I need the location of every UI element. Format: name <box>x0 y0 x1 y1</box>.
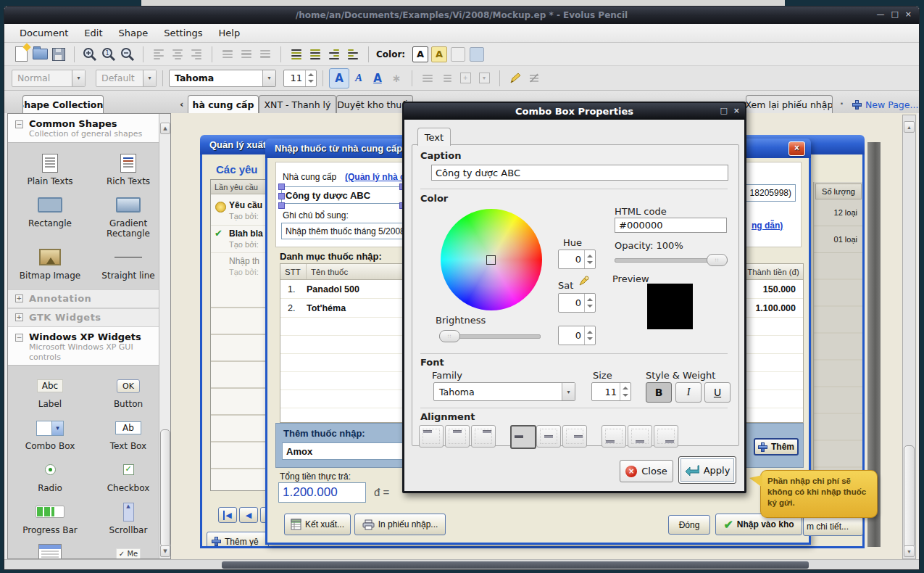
horizontal-scrollbar[interactable] <box>4 559 919 570</box>
widget-label[interactable]: AbcLabel <box>11 371 89 413</box>
brightness-spinner[interactable]: 0 <box>558 326 596 345</box>
tab-page-xem-lai-phieu-nhap[interactable]: Xem lại phiếu nhập <box>746 95 833 113</box>
opacity-slider[interactable]: ∷ <box>615 254 728 265</box>
text-lower-button[interactable] <box>306 45 325 64</box>
shape-rectangle[interactable]: Rectangle <box>11 191 89 243</box>
widget-progress-bar[interactable]: Progress Bar <box>11 498 89 540</box>
shape-plain-texts[interactable]: Plain Texts <box>11 149 89 191</box>
italic-button[interactable]: I <box>675 382 702 403</box>
close-icon[interactable]: × <box>788 141 805 156</box>
bold-button[interactable]: A <box>329 68 349 88</box>
widget-menu[interactable]: Menu <box>11 539 89 559</box>
clear-format-button[interactable] <box>525 69 544 88</box>
align-left-button[interactable] <box>149 45 168 64</box>
zoom-actual-button[interactable]: 1 <box>99 45 118 64</box>
expand-icon[interactable]: + <box>15 294 23 302</box>
align-middle-center-button[interactable] <box>536 425 561 448</box>
align-top-left-button[interactable] <box>419 425 444 448</box>
tab-shape-collections[interactable]: Shape Collections <box>22 95 104 113</box>
spinner-arrows[interactable] <box>305 70 316 86</box>
new-document-button[interactable] <box>12 45 30 64</box>
add-drug-button[interactable]: Thêm <box>754 438 799 455</box>
selection-handle[interactable] <box>278 202 285 209</box>
widget-radio[interactable]: Radio <box>11 455 89 498</box>
tab-scroll-left[interactable]: ‹ <box>180 99 183 110</box>
close-icon[interactable]: × <box>905 9 912 20</box>
canvas-scroll-thumb[interactable] <box>904 445 915 548</box>
stroke-color-button[interactable] <box>467 45 486 64</box>
scroll-up-icon[interactable]: ▲ <box>160 123 170 134</box>
align-middle-left-button[interactable] <box>510 425 536 449</box>
insert-frame2-button[interactable]: ▾ <box>475 69 494 88</box>
section-common-shapes-header[interactable]: −Common Shapes Collection of general sha… <box>8 114 170 142</box>
brightness-slider[interactable]: ∷ <box>439 330 541 342</box>
color-picker-icon[interactable] <box>577 275 590 288</box>
shape-rich-texts[interactable]: Rich Texts <box>89 149 167 191</box>
view-detail-button[interactable]: m chi tiết... <box>803 516 863 536</box>
align-center-button[interactable] <box>168 45 187 64</box>
nav-first-button[interactable]: ◀ <box>218 507 237 523</box>
align-bottom-right-button[interactable] <box>654 425 678 448</box>
text-raise-button[interactable] <box>287 45 306 64</box>
maximize-icon[interactable]: □ <box>891 9 898 20</box>
tab-page-xnt-thanh-ly[interactable]: XNT - Thanh lý <box>259 95 336 113</box>
spinner-arrows[interactable] <box>584 294 595 312</box>
shape-gradient-rectangle[interactable]: Gradient Rectangle <box>89 191 167 243</box>
menu-edit[interactable]: Edit <box>76 28 110 38</box>
brightness-slider-thumb[interactable]: ∷ <box>439 330 460 342</box>
dialog-close-icon[interactable]: × <box>733 106 740 115</box>
export-button[interactable]: Kết xuất... <box>284 514 351 535</box>
caption-input[interactable]: Công ty dược ABC <box>431 165 728 181</box>
dialog-titlebar[interactable]: Combo Box Properties □ × <box>404 103 745 120</box>
open-document-button[interactable] <box>30 45 49 64</box>
font-size-spinner[interactable]: 11 <box>283 70 317 87</box>
color-wheel-selector[interactable] <box>486 255 496 265</box>
spinner-arrows[interactable] <box>584 250 595 268</box>
expand-icon[interactable]: + <box>15 313 23 321</box>
font-family-select[interactable]: Tahoma▾ <box>433 382 575 401</box>
scheme-select[interactable]: Default▾ <box>96 70 157 87</box>
section-xp-widgets-header[interactable]: −Windows XP Widgets Microsoft Windows XP… <box>8 327 170 366</box>
spinner-arrows[interactable] <box>620 383 630 400</box>
selection-handle[interactable] <box>278 184 285 190</box>
widget-text-box[interactable]: AbText Box <box>89 413 167 455</box>
pencil-tool-button[interactable] <box>506 69 525 88</box>
combo-box-properties-dialog[interactable]: Combo Box Properties □ × Text Caption Cô… <box>402 102 746 493</box>
widget-button[interactable]: OKButton <box>89 371 167 413</box>
align-top-button[interactable] <box>218 45 237 64</box>
scroll-down-icon[interactable]: ▼ <box>160 545 170 557</box>
widget-scrollbar[interactable]: ▲Scrollbar <box>89 498 167 540</box>
sat-spinner[interactable]: 0 <box>558 293 596 313</box>
font-family-select[interactable]: Tahoma▾ <box>169 70 276 87</box>
close-form-button[interactable]: Đóng <box>668 515 710 535</box>
hue-spinner[interactable]: 0 <box>558 250 596 269</box>
nav-prev-button[interactable]: ◀ <box>239 507 258 523</box>
align-middle-button[interactable] <box>237 45 256 64</box>
total-input[interactable]: 1.200.000 <box>278 482 366 503</box>
align-bottom-left-button[interactable] <box>602 425 626 448</box>
menu-shape[interactable]: Shape <box>111 28 157 38</box>
html-code-input[interactable]: #000000 <box>615 218 727 233</box>
zoom-out-button[interactable] <box>118 45 137 64</box>
shape-bitmap-image[interactable]: Bitmap Image <box>11 243 89 285</box>
scroll-up-icon[interactable]: ▲ <box>904 121 915 133</box>
col-total[interactable]: Thành tiền (đ) <box>744 264 803 279</box>
align-bottom-center-button[interactable] <box>628 425 652 448</box>
quantity-header[interactable]: Số lượng <box>815 184 862 199</box>
sidebar-scrollbar[interactable]: ▲ ▼ <box>159 114 170 558</box>
widget-checkbox[interactable]: ✓Checkbox <box>89 455 167 498</box>
dialog-apply-button[interactable]: Apply <box>678 456 736 484</box>
new-page-button[interactable]: New Page... <box>852 99 918 110</box>
app-titlebar[interactable]: /home/an/Documents/Examples/Vi/2008/Mock… <box>4 7 919 24</box>
scroll-down-icon[interactable]: ▼ <box>904 545 915 557</box>
numbered-list-button[interactable] <box>437 69 456 88</box>
align-top-right-button[interactable] <box>471 425 496 448</box>
selection-handle[interactable] <box>278 193 285 199</box>
font-color-button[interactable]: A <box>411 45 430 64</box>
highlight-color-button[interactable]: A <box>430 45 449 64</box>
minimize-icon[interactable]: — <box>876 9 884 20</box>
italic-button[interactable]: A <box>349 69 368 88</box>
tab-page-ha-cung-cap[interactable]: hà cung cấp <box>188 95 259 113</box>
collapse-icon[interactable]: − <box>15 334 23 342</box>
widget-combo-box[interactable]: ▾Combo Box <box>11 413 89 455</box>
